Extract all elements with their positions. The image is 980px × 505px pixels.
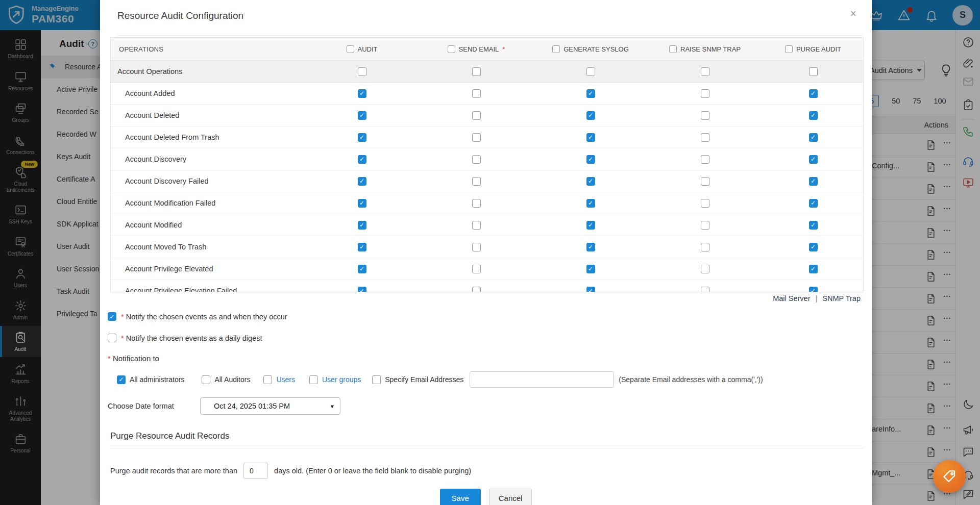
title-divider [117, 35, 863, 36]
operation-checkbox[interactable] [358, 111, 366, 120]
user-groups-link[interactable]: User groups [322, 375, 361, 384]
operation-checkbox[interactable] [586, 111, 595, 120]
operation-checkbox[interactable] [701, 243, 709, 251]
operation-checkbox[interactable] [701, 265, 709, 273]
operations-column-header: OPERATIONS [111, 45, 305, 53]
pricetag-fab[interactable] [933, 460, 966, 493]
operation-checkbox[interactable] [809, 243, 818, 251]
operation-checkbox[interactable] [586, 243, 595, 251]
operation-checkbox[interactable] [701, 221, 709, 230]
recipients-row: All administrators All Auditors Users Us… [117, 368, 763, 391]
operation-checkbox[interactable] [586, 89, 595, 98]
snmp-trap-link[interactable]: SNMP Trap [822, 294, 861, 302]
operation-checkbox[interactable] [586, 133, 595, 142]
operation-checkbox[interactable] [472, 287, 481, 293]
group-checkbox[interactable] [586, 67, 595, 76]
operation-row: Account Deleted [111, 105, 863, 127]
operation-checkbox[interactable] [358, 89, 366, 98]
notify-occur-checkbox[interactable] [108, 312, 116, 321]
date-format-row: Choose Date format Oct 24, 2025 01:35 PM… [108, 397, 340, 415]
users-link[interactable]: Users [276, 375, 295, 384]
operations-table: OPERATIONS AUDIT SEND EMAIL* GENERATE SY… [110, 37, 864, 292]
generate-syslog-column-checkbox[interactable] [552, 45, 560, 53]
operation-checkbox[interactable] [472, 199, 481, 208]
operation-checkbox[interactable] [586, 177, 595, 186]
operation-checkbox[interactable] [472, 243, 481, 251]
operation-checkbox[interactable] [358, 133, 366, 142]
operation-checkbox[interactable] [472, 177, 481, 186]
operation-checkbox[interactable] [358, 221, 366, 230]
operation-checkbox[interactable] [358, 199, 366, 208]
audit-column-checkbox[interactable] [347, 45, 354, 53]
operation-checkbox[interactable] [472, 111, 481, 120]
operation-checkbox[interactable] [586, 155, 595, 164]
operation-label: Account Privilege Elevation Failed [111, 287, 305, 292]
operation-row: Account Deleted From Trash [111, 127, 863, 148]
operation-checkbox[interactable] [701, 133, 709, 142]
operation-checkbox[interactable] [809, 155, 818, 164]
operation-label: Account Modification Failed [111, 199, 305, 207]
operation-checkbox[interactable] [586, 287, 595, 293]
operation-checkbox[interactable] [358, 243, 366, 251]
operation-checkbox[interactable] [472, 133, 481, 142]
mail-server-link[interactable]: Mail Server [773, 294, 810, 302]
operation-checkbox[interactable] [701, 155, 709, 164]
operation-checkbox[interactable] [472, 221, 481, 230]
notify-digest-checkbox[interactable] [108, 334, 116, 342]
group-checkbox[interactable] [809, 67, 818, 76]
notify-digest-label: Notify the chosen events as a daily dige… [126, 334, 262, 342]
send-email-column-checkbox[interactable] [448, 45, 455, 53]
operation-checkbox[interactable] [586, 199, 595, 208]
operation-label: Account Moved To Trash [111, 243, 305, 251]
purge-days-input[interactable] [243, 463, 268, 479]
operation-checkbox[interactable] [809, 265, 818, 273]
all-auditors-checkbox[interactable] [202, 375, 210, 384]
operation-checkbox[interactable] [472, 265, 481, 273]
operation-checkbox[interactable] [472, 89, 481, 98]
operation-checkbox[interactable] [358, 155, 366, 164]
operation-checkbox[interactable] [358, 265, 366, 273]
operation-row: Account Modified [111, 214, 863, 236]
operation-label: Account Deleted [111, 111, 305, 119]
operation-checkbox[interactable] [472, 155, 481, 164]
operation-checkbox[interactable] [701, 111, 709, 120]
save-button[interactable]: Save [440, 489, 481, 505]
operation-checkbox[interactable] [701, 89, 709, 98]
raise-snmp-trap-column-checkbox[interactable] [669, 45, 677, 53]
specify-email-checkbox[interactable] [372, 375, 381, 384]
group-checkbox[interactable] [358, 67, 366, 76]
purge-divider [110, 448, 864, 448]
users-checkbox[interactable] [263, 375, 272, 384]
operation-checkbox[interactable] [358, 287, 366, 293]
modal-footer: Save Cancel [100, 489, 872, 505]
operation-row: Account Discovery Failed [111, 170, 863, 192]
required-marker: * [502, 45, 505, 53]
group-checkbox[interactable] [472, 67, 481, 76]
operation-checkbox[interactable] [358, 177, 366, 186]
all-administrators-label: All administrators [130, 375, 184, 384]
group-checkbox[interactable] [701, 67, 709, 76]
date-format-select[interactable]: Oct 24, 2025 01:35 PM ▾ [200, 397, 340, 415]
operation-checkbox[interactable] [809, 111, 818, 120]
operation-checkbox[interactable] [809, 199, 818, 208]
server-config-links: Mail Server | SNMP Trap [773, 294, 861, 302]
operation-checkbox[interactable] [586, 221, 595, 230]
group-row-label: Account Operations [111, 67, 305, 75]
purge-audit-column-checkbox[interactable] [785, 45, 793, 53]
cancel-button[interactable]: Cancel [489, 489, 532, 505]
operation-checkbox[interactable] [809, 89, 818, 98]
operation-checkbox[interactable] [701, 199, 709, 208]
operation-checkbox[interactable] [809, 133, 818, 142]
notification-to-label: * Notification to [108, 354, 159, 363]
operation-checkbox[interactable] [701, 177, 709, 186]
operation-checkbox[interactable] [701, 287, 709, 293]
operation-checkbox[interactable] [809, 287, 818, 293]
close-icon[interactable]: × [850, 8, 856, 19]
email-addresses-input[interactable] [470, 371, 614, 388]
user-groups-checkbox[interactable] [309, 375, 318, 384]
operation-checkbox[interactable] [809, 221, 818, 230]
all-administrators-checkbox[interactable] [117, 375, 126, 384]
operation-checkbox[interactable] [586, 265, 595, 273]
operation-checkbox[interactable] [809, 177, 818, 186]
operation-row: Account Modification Failed [111, 192, 863, 214]
